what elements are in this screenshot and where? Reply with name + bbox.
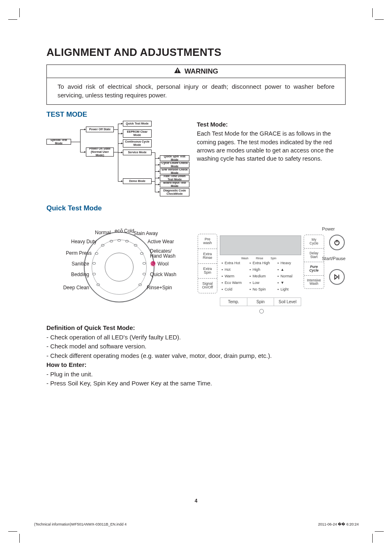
opt-extra-spin: ExtraSpin [198,264,217,279]
list-item: Press Soil Key, Spin Key and Power Key a… [46,379,346,388]
cycle-dial-panel: Normal ecǒ Cold Stain Away Active Wear D… [46,220,192,314]
fc-cycle-count: Cycle Count Check Mode [160,162,189,168]
temp-cold: Cold [221,287,249,291]
definition-heading: Definition of Quick Test Mode: [46,323,346,333]
crop-mark [8,531,17,532]
soil-up: ▲ [277,267,302,272]
dial-sanitize: Sanitize [71,261,89,267]
footer-right: 2011-06-24 �� 6:20:24 [318,522,359,526]
temp-eco-warm: Eco Warm [221,281,249,285]
bottom-buttons: Temp. Spin Soil Level [220,297,301,306]
play-pause-icon [333,273,341,281]
btn-soil: Soil Level [274,298,301,306]
fc-cont: Continuous Cycle Mode [123,139,152,148]
dial-rinsespin: Rinse+Spin [147,285,172,290]
soil-normal: Normal [277,274,302,278]
test-mode-description: Test Mode: Each Test Mode for the GRACE … [197,120,346,163]
dial-wool: 🧶 Wool [150,261,168,267]
fc-demo: Demo Mode [123,178,152,184]
temp-warm: Warm [221,274,249,278]
seg-headers: Wash Rinse Spin [241,257,277,260]
temp-hot: Hot [221,267,249,272]
test-mode-desc-heading: Test Mode: [197,120,346,129]
lcd-display [220,235,301,255]
crop-mark [375,19,384,20]
fc-board-input: Board Input Test Mode [160,182,189,187]
footer-left: (Technical information)WF501ANWX-03011B_… [34,522,127,526]
fc-service: Service Mode [123,150,152,155]
spin-no-spin: No Spin [249,287,277,291]
definition-block: Definition of Quick Test Mode: Check ope… [46,323,346,388]
soil-heavy: Heavy [277,261,302,265]
test-mode-desc-body: Each Test Mode for the GRACE is as follo… [197,130,334,162]
list-item: Check different operating modes (e.g. wa… [46,351,346,361]
opt-pure-cycle: PureCycle [304,262,324,276]
opt-prewash: Prewash [198,234,217,249]
settings-grid: Extra Hot Extra High Heavy Hot High ▲ Wa… [221,261,302,291]
dial-deepclean: Deep Clean [63,285,89,290]
warning-triangle-icon [174,67,181,76]
smiley-icon [259,309,264,314]
warning-box: WARNING To avoid risk of electrical shoc… [46,65,346,105]
fc-power-off: Power Off State [86,127,114,132]
options-mid-column: MyCycle DelayStart PureCycle IntensiveWa… [304,235,324,289]
dial-delicates: Delicates/Hand Wash [150,249,175,258]
fc-eeprom: EEPROM Clear Mode [123,129,152,138]
soil-light: Light [277,287,302,291]
opt-extra-rinse: ExtraRinse [198,249,217,264]
dial-bedding: Bedding [71,272,89,277]
svg-rect-1 [177,71,178,72]
warning-body: To avoid risk of electrical shock, perso… [47,78,345,104]
dial-quickwash: Quick Wash [150,272,176,277]
btn-spin: Spin [247,298,274,306]
crop-mark [19,8,20,17]
power-icon [333,239,341,246]
fc-diag: Diagnostic Code CheckMode [160,188,189,196]
list-item: Check model and software version. [46,342,346,351]
opt-signal: SignalOn/Off [198,279,217,293]
test-mode-heading: TEST MODE [46,111,346,119]
page-number: 4 [0,498,392,504]
test-mode-row: Special Test Mode Power Off State Power … [46,120,346,198]
panels-row: Normal ecǒ Cold Stain Away Active Wear D… [46,220,346,314]
list-item: Plug in the unit. [46,370,346,379]
start-label: Start/Pause [322,256,346,261]
warning-label: WARNING [184,67,218,76]
power-label: Power [322,226,346,231]
fc-sw-ver: S/W Version Check Mode [160,168,189,174]
fc-quick: Quick Test Mode [123,121,152,127]
power-button [329,235,345,250]
crop-mark [19,534,20,543]
spin-extra-high: Extra High [249,261,277,265]
definition-list: Check operation of all LED's (Verify fau… [46,333,346,361]
dial-normal: Normal [95,230,111,235]
options-left-column: Prewash ExtraRinse ExtraSpin SignalOn/Of… [198,234,217,293]
spin-low: Low [249,281,277,285]
page-content: ALIGNMENT AND ADJUSTMENTS WARNING To avo… [46,46,346,388]
btn-temp: Temp. [220,298,247,306]
options-panel: Prewash ExtraRinse ExtraSpin SignalOn/Of… [198,220,346,314]
dial-eco: ecǒ Cold [115,228,134,234]
crop-mark [8,19,17,20]
dial-permpress: Perm Press [66,250,92,256]
test-mode-flowchart: Special Test Mode Power Off State Power … [46,120,189,198]
spin-medium: Medium [249,274,277,278]
opt-my-cycle: MyCycle [304,235,324,249]
enter-heading: How to Enter: [46,360,346,370]
crop-mark [375,531,384,532]
fc-special: Special Test Mode [46,139,71,145]
list-item: Check operation of all LED's (Verify fau… [46,333,346,342]
svg-rect-0 [177,69,178,71]
dial-heavyduty: Heavy Duty [71,239,97,244]
soil-down: ▼ [277,281,302,285]
temp-extra-hot: Extra Hot [221,261,249,265]
crop-mark [372,8,373,17]
opt-delay-start: DelayStart [304,249,324,262]
fc-power-on: Power On State (Normal User Mode) [86,148,114,157]
page-title: ALIGNMENT AND ADJUSTMENTS [46,46,346,59]
spin-high: High [249,267,277,272]
enter-list: Plug in the unit. Press Soil Key, Spin K… [46,370,346,388]
fc-fast-time: Fast Time Down Test Mode [160,175,189,181]
dial-knob [105,253,134,281]
dial-active: Active Wear [148,239,174,244]
